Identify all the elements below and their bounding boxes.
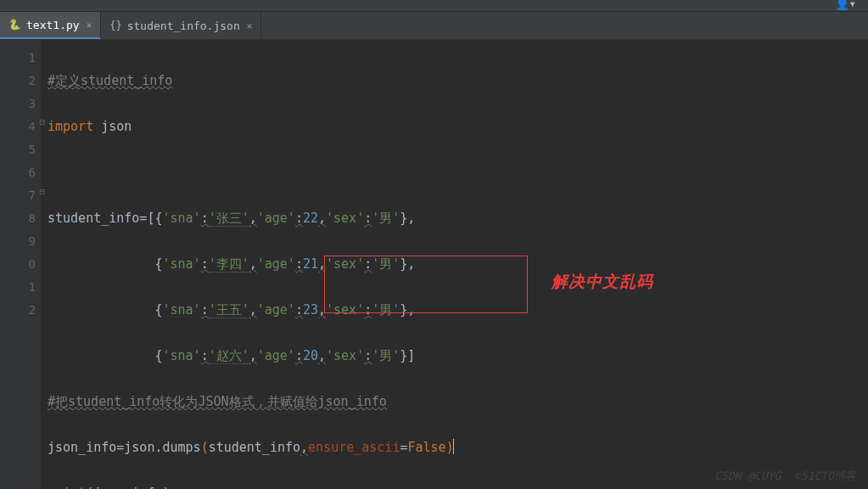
line-number: 2: [0, 299, 36, 322]
line-number: 8: [0, 207, 36, 230]
tab-student-info-json[interactable]: {} student_info.json ✕: [101, 12, 261, 39]
user-menu-icon[interactable]: 👤▾: [835, 0, 856, 10]
python-icon: 🐍: [8, 19, 21, 31]
module-name: json: [101, 119, 132, 134]
line-number: 6: [0, 161, 36, 184]
comment: #把student_info转化为JSON格式，并赋值给json_info: [48, 394, 387, 409]
close-icon[interactable]: ✕: [87, 20, 92, 31]
text-caret: [453, 439, 454, 454]
tab-label: text1.py: [26, 19, 80, 31]
editor-tab-bar: 🐍 text1.py ✕ {} student_info.json ✕: [0, 12, 868, 40]
gutter: 1 2 3 4 5 6 7 8 9 0 1 2 ⊟ ⊟: [0, 40, 41, 489]
code-text: student_info=[{: [48, 211, 162, 226]
tab-label: student_info.json: [127, 20, 240, 32]
line-number: 4: [0, 115, 36, 138]
line-number: 1: [0, 47, 36, 70]
code-editor[interactable]: #定义student_info import json student_info…: [41, 40, 507, 489]
line-number: 5: [0, 138, 36, 161]
close-icon[interactable]: ✕: [247, 20, 253, 31]
line-number: 9: [0, 230, 36, 253]
tab-text1-py[interactable]: 🐍 text1.py ✕: [0, 12, 101, 39]
top-toolbar: 👤▾: [0, 0, 868, 12]
line-number: 7: [0, 184, 36, 207]
line-number: 1: [0, 276, 36, 299]
watermark: CSDN @CUYG ©51CTO博客: [714, 469, 856, 484]
comment: #定义student_info: [48, 73, 172, 88]
line-number: 2: [0, 70, 36, 93]
editor-area: 1 2 3 4 5 6 7 8 9 0 1 2 ⊟ ⊟ #定义student_i…: [0, 40, 868, 489]
line-number: 3: [0, 93, 36, 115]
line-number: 0: [0, 253, 36, 276]
json-icon: {}: [109, 20, 121, 31]
annotation-text: 解决中文乱码: [552, 271, 653, 293]
kw-import: import: [48, 119, 101, 134]
